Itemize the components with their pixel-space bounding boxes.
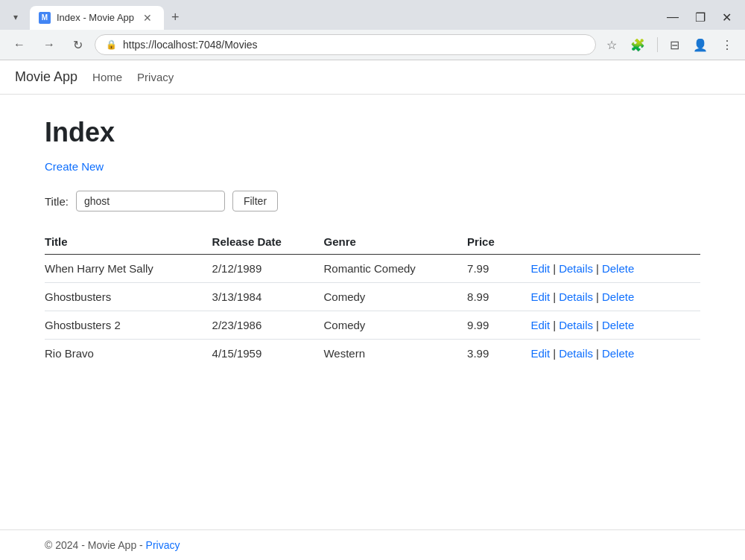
sep2: | [596,319,599,331]
extensions-btn[interactable]: 🧩 [626,35,650,55]
col-genre: Genre [323,229,467,255]
reload-btn[interactable]: ↻ [67,35,89,55]
delete-link[interactable]: Delete [602,290,634,303]
table-body: When Harry Met Sally 2/12/1989 Romantic … [45,255,700,368]
edit-link[interactable]: Edit [530,290,550,303]
sep1: | [553,319,556,331]
bookmark-btn[interactable]: ☆ [602,35,621,55]
cell-price: 7.99 [467,255,530,283]
delete-link[interactable]: Delete [602,262,634,275]
active-tab: M Index - Movie App ✕ [30,6,164,30]
cell-genre: Comedy [323,283,467,311]
filter-button[interactable]: Filter [232,191,278,211]
cell-release-date: 4/15/1959 [212,340,324,368]
footer-text: © 2024 - Movie App - [45,539,146,551]
menu-btn[interactable]: ⋮ [717,35,738,55]
app-brand-link[interactable]: Movie App [15,69,77,85]
minimize-btn[interactable]: — [661,7,685,27]
close-btn[interactable]: ✕ [716,7,738,28]
nav-privacy-link[interactable]: Privacy [137,71,174,83]
main-content: Index Create New Title: Filter Title Rel… [0,95,745,529]
nav-home-link[interactable]: Home [92,71,122,83]
table-row: Ghostbusters 2 2/23/1986 Comedy 9.99 Edi… [45,311,700,340]
address-bar[interactable]: 🔒 https://localhost:7048/Movies [95,34,596,55]
sep1: | [553,262,556,275]
edit-link[interactable]: Edit [530,262,550,275]
table-row: Rio Bravo 4/15/1959 Western 3.99 Edit | … [45,340,700,368]
tab-close-btn[interactable]: ✕ [140,11,155,25]
cell-release-date: 3/13/1984 [212,283,324,311]
sep2: | [596,290,599,303]
cell-title: When Harry Met Sally [45,255,212,283]
cell-actions: Edit | Details | Delete [530,255,700,283]
col-release-date: Release Date [212,229,324,255]
app-navbar: Movie App Home Privacy [0,60,745,95]
filter-input[interactable] [76,191,225,211]
tab-title: Index - Movie App [57,12,134,23]
cell-genre: Comedy [323,311,467,340]
delete-link[interactable]: Delete [602,347,634,360]
delete-link[interactable]: Delete [602,319,634,331]
back-btn[interactable]: ← [7,35,31,54]
toolbar-separator [657,37,658,52]
security-icon: 🔒 [106,39,117,50]
cell-genre: Western [323,340,467,368]
cell-actions: Edit | Details | Delete [530,311,700,340]
cell-title: Ghostbusters [45,283,212,311]
media-btn[interactable]: ⊟ [665,35,684,55]
edit-link[interactable]: Edit [530,319,550,331]
cell-price: 9.99 [467,311,530,340]
details-link[interactable]: Details [559,347,593,360]
url-text: https://localhost:7048/Movies [123,39,585,51]
filter-label: Title: [45,195,69,208]
cell-actions: Edit | Details | Delete [530,283,700,311]
cell-genre: Romantic Comedy [323,255,467,283]
cell-price: 8.99 [467,283,530,311]
sep2: | [596,347,599,360]
sep2: | [596,262,599,275]
sep1: | [553,290,556,303]
tab-dropdown-btn[interactable]: ▾ [7,9,24,25]
cell-price: 3.99 [467,340,530,368]
cell-release-date: 2/12/1989 [212,255,324,283]
col-actions [530,229,700,255]
col-title: Title [45,229,212,255]
sep1: | [553,347,556,360]
details-link[interactable]: Details [559,262,593,275]
footer-privacy-link[interactable]: Privacy [146,539,180,551]
table-row: Ghostbusters 3/13/1984 Comedy 8.99 Edit … [45,283,700,311]
page-title: Index [45,117,700,148]
movies-table: Title Release Date Genre Price When Harr… [45,229,700,367]
tab-favicon: M [39,12,51,24]
edit-link[interactable]: Edit [530,347,550,360]
profile-btn[interactable]: 👤 [688,35,712,55]
cell-actions: Edit | Details | Delete [530,340,700,368]
cell-release-date: 2/23/1986 [212,311,324,340]
forward-btn[interactable]: → [37,35,61,54]
table-header: Title Release Date Genre Price [45,229,700,255]
details-link[interactable]: Details [559,290,593,303]
create-new-link[interactable]: Create New [45,160,104,173]
app-footer: © 2024 - Movie App - Privacy [0,529,745,560]
cell-title: Ghostbusters 2 [45,311,212,340]
filter-row: Title: Filter [45,191,700,211]
details-link[interactable]: Details [559,319,593,331]
table-row: When Harry Met Sally 2/12/1989 Romantic … [45,255,700,283]
new-tab-btn[interactable]: + [164,5,187,30]
cell-title: Rio Bravo [45,340,212,368]
col-price: Price [467,229,530,255]
maximize-btn[interactable]: ❐ [689,7,711,28]
